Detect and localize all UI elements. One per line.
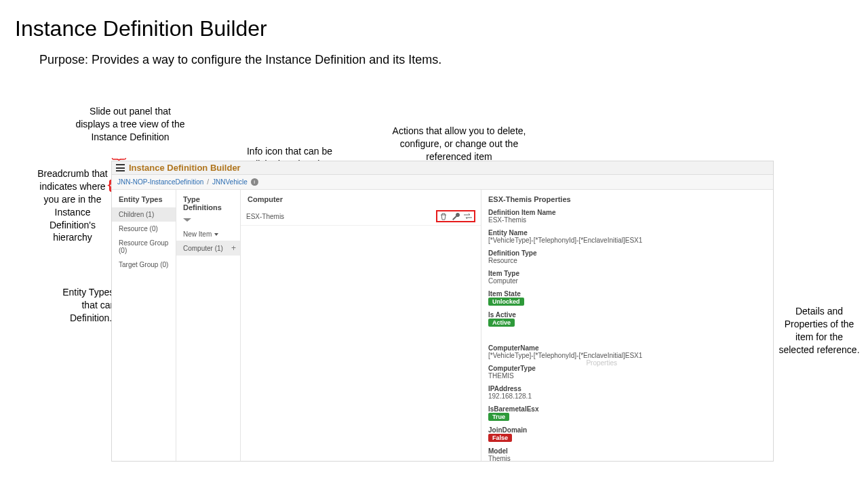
prop-label: JoinDomain <box>488 426 766 434</box>
app-header: Instance Definition Builder <box>112 161 773 175</box>
prop-value: Computer <box>488 277 766 285</box>
prop-value: THEMIS <box>488 372 766 380</box>
callout-actions: Actions that allow you to delete, config… <box>388 125 530 163</box>
properties-header: ESX-Themis Properties <box>481 190 773 207</box>
prop-label: Model <box>488 447 766 455</box>
type-definitions-header: Type Definitions <box>176 190 240 216</box>
entity-type-item[interactable]: Target Group (0) <box>112 258 176 272</box>
referenced-items-panel: Computer ESX-Themis <box>241 190 481 461</box>
slide-title: Instance Definition Builder <box>15 16 267 41</box>
prop-label: ComputerType <box>488 365 766 372</box>
swap-icon[interactable] <box>464 212 472 220</box>
breadcrumb-separator: / <box>207 178 209 186</box>
app-body: Entity Types Children (1) Resource (0) R… <box>112 190 773 461</box>
status-badge: True <box>488 413 509 421</box>
referenced-items-header: Computer <box>241 190 481 207</box>
app-title: Instance Definition Builder <box>129 163 241 173</box>
callout-breadcrumb: Breadcrumb that indicates where you are … <box>35 167 110 244</box>
breadcrumb: JNN-NOP-InstanceDefinition / JNNVehicle … <box>112 175 773 190</box>
prop-value: Resource <box>488 257 766 264</box>
prop-value: [*VehicleType]-[*TelephonyId]-[*EnclaveI… <box>488 352 766 359</box>
entity-type-item[interactable]: Resource Group (0) <box>112 236 176 258</box>
new-item-dropdown[interactable]: New Item <box>176 228 240 241</box>
hamburger-icon[interactable] <box>116 164 125 171</box>
prop-label: Is Active <box>488 311 766 319</box>
prop-label: ComputerName <box>488 344 766 352</box>
status-badge: Unlocked <box>488 298 524 306</box>
breadcrumb-link[interactable]: JNN-NOP-InstanceDefinition <box>117 178 203 186</box>
trash-icon[interactable] <box>439 212 448 220</box>
prop-label: IsBaremetalEsx <box>488 405 766 413</box>
brace-icon: } <box>111 157 128 161</box>
breadcrumb-link[interactable]: JNNVehicle <box>212 178 248 186</box>
entity-types-header: Entity Types <box>112 190 176 207</box>
plus-icon[interactable]: + <box>231 243 236 253</box>
slide-subtitle: Purpose: Provides a way to configure the… <box>39 53 441 67</box>
status-badge: Active <box>488 319 515 327</box>
type-definition-item[interactable]: Computer (1) + <box>176 241 240 256</box>
chevron-down-icon <box>214 233 218 236</box>
prop-label: Entity Name <box>488 229 766 237</box>
entity-type-item[interactable]: Resource (0) <box>112 222 176 236</box>
entity-types-panel: Entity Types Children (1) Resource (0) R… <box>112 190 176 461</box>
status-badge: False <box>488 434 512 442</box>
referenced-item-label: ESX-Themis <box>246 213 284 220</box>
new-item-label: New Item <box>183 230 212 238</box>
type-definition-label: Computer (1) <box>183 245 223 252</box>
filter-icon[interactable] <box>183 218 191 225</box>
prop-label: Item State <box>488 290 766 298</box>
properties-panel: ESX-Themis Properties Definition Item Na… <box>481 190 773 461</box>
wrench-icon[interactable] <box>452 212 460 220</box>
callout-props: Details and Properties of the item for t… <box>778 305 860 357</box>
item-actions <box>436 210 475 222</box>
info-icon[interactable]: i <box>251 178 258 186</box>
prop-label: Item Type <box>488 270 766 277</box>
app-window: Instance Definition Builder JNN-NOP-Inst… <box>112 161 773 461</box>
prop-label: Definition Type <box>488 249 766 257</box>
referenced-item-row[interactable]: ESX-Themis <box>241 207 481 226</box>
prop-value: [*VehicleType]-[*TelephonyId]-[*EnclaveI… <box>488 237 766 244</box>
prop-label: IPAddress <box>488 385 766 392</box>
type-definitions-panel: Type Definitions New Item Computer (1) + <box>176 190 241 461</box>
prop-value: Themis <box>488 455 766 461</box>
prop-value: 192.168.128.1 <box>488 392 766 400</box>
prop-value: ESX-Themis <box>488 216 766 224</box>
prop-label: Definition Item Name <box>488 209 766 216</box>
callout-tree-panel: Slide out panel that displays a tree vie… <box>73 105 188 144</box>
entity-type-item[interactable]: Children (1) <box>112 207 176 222</box>
